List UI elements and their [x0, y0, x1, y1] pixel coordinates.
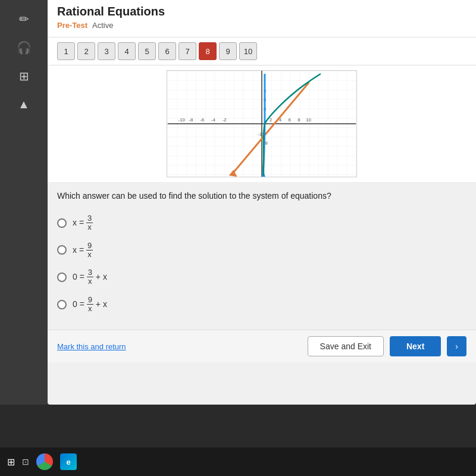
footer-buttons: Save and Exit Next › [308, 336, 466, 356]
page-title: Rational Equations [57, 5, 466, 18]
headphones-icon[interactable]: 🎧 [17, 40, 32, 55]
nav-btn-8[interactable]: 8 [199, 42, 217, 60]
footer-bar: Mark this and return Save and Exit Next … [48, 330, 476, 362]
pretest-label: Pre-Test [57, 21, 87, 30]
mark-return-link[interactable]: Mark this and return [57, 342, 126, 351]
calculator-icon[interactable]: ⊞ [19, 69, 29, 83]
option-b-math: x = 9x [73, 242, 93, 259]
svg-text:-4: -4 [211, 117, 216, 123]
fraction-c: 3x [87, 268, 93, 286]
svg-text:6: 6 [289, 117, 292, 123]
chevron-up-icon[interactable]: ▲ [18, 98, 30, 111]
radio-a[interactable] [57, 218, 67, 228]
nav-btn-2[interactable]: 2 [77, 42, 95, 60]
option-c[interactable]: 0 = 3x + x [57, 264, 466, 291]
svg-text:10: 10 [306, 117, 311, 123]
nav-btn-4[interactable]: 4 [118, 42, 136, 60]
nav-btn-9[interactable]: 9 [219, 42, 237, 60]
svg-text:8: 8 [298, 117, 300, 123]
fraction-b: 9x [86, 242, 93, 259]
save-exit-button[interactable]: Save and Exit [308, 336, 384, 356]
chrome-icon[interactable] [36, 453, 53, 470]
next-button[interactable]: Next [390, 336, 441, 356]
pre-test-bar: Pre-Test Active [57, 18, 466, 32]
svg-text:-6: -6 [200, 117, 205, 123]
search-icon[interactable]: ⊡ [22, 457, 29, 466]
options-area: x = 3x x = 9x 0 = 3x + x 0 = 9x + x [48, 207, 476, 327]
taskbar: ⊞ ⊡ e [0, 447, 476, 476]
nav-btn-1[interactable]: 1 [57, 42, 75, 60]
nav-btn-3[interactable]: 3 [98, 42, 115, 60]
radio-b[interactable] [57, 245, 67, 255]
option-b[interactable]: x = 9x [57, 237, 466, 264]
svg-text:-8: -8 [189, 117, 193, 123]
sidebar: ✏ 🎧 ⊞ ▲ [0, 0, 48, 405]
option-a-math: x = 3x [73, 214, 93, 232]
question-text: Which answer can be used to find the sol… [48, 183, 476, 207]
radio-d[interactable] [57, 300, 67, 309]
graph-canvas: -10 -8 -6 -4 -2 2 4 6 8 10 4 6 8 -10 -8 [167, 70, 357, 177]
nav-btn-7[interactable]: 7 [178, 42, 196, 60]
option-d[interactable]: 0 = 9x + x [57, 291, 466, 318]
pencil-icon[interactable]: ✏ [19, 12, 29, 26]
graph-container: -10 -8 -6 -4 -2 2 4 6 8 10 4 6 8 -10 -8 [48, 65, 476, 183]
svg-text:-10: -10 [178, 117, 186, 123]
main-screen: Rational Equations Pre-Test Active 1 2 3… [48, 0, 476, 405]
edge-icon[interactable]: e [60, 453, 77, 470]
active-label: Active [92, 21, 113, 30]
fraction-a: 3x [86, 214, 93, 232]
fraction-d: 9x [87, 296, 93, 314]
nav-btn-10[interactable]: 10 [239, 42, 257, 60]
svg-text:2: 2 [270, 117, 272, 123]
windows-icon[interactable]: ⊞ [7, 456, 15, 468]
nav-btn-6[interactable]: 6 [158, 42, 176, 60]
option-c-math: 0 = 3x + x [73, 268, 107, 286]
option-d-math: 0 = 9x + x [73, 296, 107, 314]
forward-arrow-button[interactable]: › [447, 336, 466, 356]
question-nav: 1 2 3 4 5 6 7 8 9 10 [48, 37, 476, 65]
page-header: Rational Equations Pre-Test Active [48, 0, 476, 37]
option-a[interactable]: x = 3x [57, 209, 466, 237]
svg-text:-2: -2 [223, 117, 227, 123]
nav-btn-5[interactable]: 5 [138, 42, 156, 60]
radio-c[interactable] [57, 273, 67, 282]
